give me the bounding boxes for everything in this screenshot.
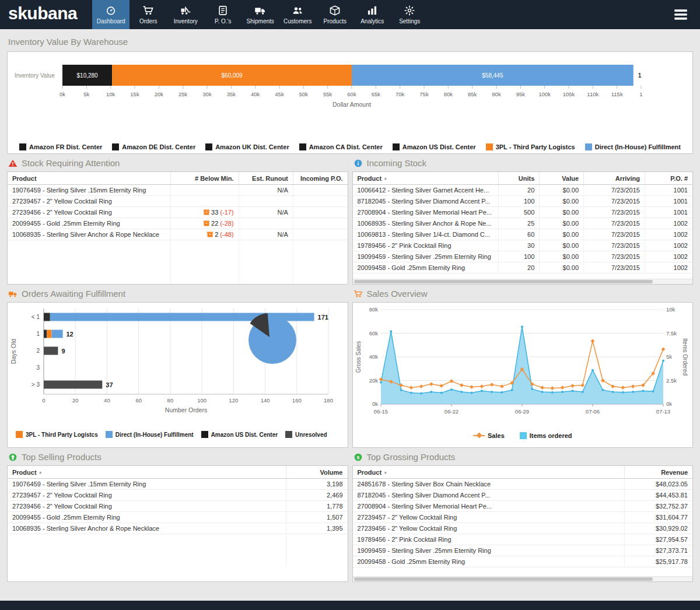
svg-text:1: 1	[639, 91, 642, 97]
table-row[interactable]: 19099459 - Sterling Silver .25mm Eternit…	[353, 545, 693, 556]
legend-item-amazon-uk-dist-center[interactable]: Amazon UK Dist. Center	[205, 143, 289, 150]
column-header-below-min[interactable]: # Below Min.	[171, 172, 239, 185]
legend-item-amazon-us-dist-center[interactable]: Amazon US Dist. Center	[201, 431, 278, 438]
table-row[interactable]: 24851678 - Sterling Silver Box Chain Nec…	[353, 479, 693, 490]
table-row[interactable]: 10069813 - Sterling Silver 1/4-ct. Diamo…	[353, 229, 693, 240]
brand-logo[interactable]: skubana	[0, 0, 92, 29]
legend-item-3pl-third-party-logistcs[interactable]: 3PL - Third Party Logistcs	[16, 431, 98, 438]
svg-text:115k: 115k	[611, 91, 623, 97]
column-header-value[interactable]: Value	[540, 172, 584, 185]
nav-item-analytics[interactable]: Analytics	[354, 0, 391, 29]
table-cell: $0.00	[540, 196, 584, 207]
nav-item-shipments[interactable]: Shipments	[242, 0, 279, 29]
cart-icon	[354, 289, 363, 299]
table-cell	[293, 218, 347, 229]
table-cell: 1001	[645, 207, 692, 218]
menu-button[interactable]	[671, 7, 691, 22]
svg-text:06-15: 06-15	[373, 408, 387, 415]
table-cell: $31,604.77	[625, 512, 693, 523]
svg-text:80k: 80k	[444, 91, 453, 97]
svg-text:2.5k: 2.5k	[666, 377, 677, 384]
table-row[interactable]: 27008904 - Sterling Silver Memorial Hear…	[353, 207, 693, 218]
table-row[interactable]: 19076459 - Sterling Silver .15mm Eternit…	[8, 479, 348, 490]
legend-item-unresolved[interactable]: Unresolved	[285, 431, 327, 438]
legend-label: Amazon US Dist. Center	[402, 143, 476, 150]
legend-item-3pl-third-party-logistcs[interactable]: 3PL - Third Party Logistcs	[486, 143, 575, 150]
below-min-count: 22	[211, 220, 218, 227]
table-row[interactable]: 20099455 - Gold .25mm Eternity Ring22 (-…	[8, 218, 348, 229]
table-row[interactable]: 10066412 - Sterling Silver Garnet Accent…	[353, 185, 693, 196]
table-row[interactable]: 27239456 - 2" Yellow Cocktail Ring$30,92…	[353, 523, 693, 534]
nav-item-inventory[interactable]: Inventory	[167, 0, 204, 29]
svg-text:50k: 50k	[299, 91, 309, 97]
scrollbar-thumb[interactable]	[354, 280, 653, 283]
column-header-product[interactable]: Product ▲	[8, 466, 286, 479]
table-row[interactable]: 19789456 - 2" Pink Cocktail Ring$27,954.…	[353, 534, 693, 545]
table-cell: 10066412 - Sterling Silver Garnet Accent…	[353, 185, 499, 196]
top-grossing-panel: Product ▲Revenue24851678 - Sterling Silv…	[352, 465, 694, 582]
table-row[interactable]: 10068935 - Sterling Silver Anchor & Rope…	[8, 229, 348, 240]
table-row[interactable]: 27239456 - 2" Yellow Cocktail Ring1,778	[8, 501, 348, 512]
column-header-est-runout[interactable]: Est. Runout	[239, 172, 293, 185]
column-header-product[interactable]: Product ▲	[353, 466, 625, 479]
horizontal-scrollbar[interactable]	[353, 576, 693, 581]
truck-icon	[8, 289, 18, 299]
table-row[interactable]: 19099459 - Sterling Silver .25mm Eternit…	[353, 251, 693, 262]
legend-swatch	[585, 143, 592, 150]
scrollbar-thumb[interactable]	[354, 577, 653, 581]
table-cell	[293, 229, 347, 240]
nav-item-products[interactable]: Products	[316, 0, 354, 29]
table-row[interactable]: 20099458 - Gold .25mm Eternity Ring20$0.…	[353, 262, 693, 274]
svg-text:$60,009: $60,009	[222, 72, 243, 79]
svg-text:< 1: < 1	[32, 314, 40, 320]
svg-text:37: 37	[106, 381, 113, 388]
column-header-arriving[interactable]: Arriving	[584, 172, 645, 185]
table-row[interactable]: 20099455 - Gold .25mm Eternity Ring1,507	[8, 512, 348, 523]
legend-item-sales[interactable]: Sales	[473, 432, 505, 439]
legend-item-amazon-ca-dist-center[interactable]: Amazon CA Dist. Center	[299, 143, 383, 150]
table-row[interactable]: 20099458 - Gold .25mm Eternity Ring$25,9…	[353, 556, 693, 567]
column-header-revenue[interactable]: Revenue	[625, 466, 693, 479]
nav-item-orders[interactable]: Orders	[130, 0, 167, 29]
table-cell: 20	[499, 185, 540, 196]
legend-item-direct-in-house-fulfillment[interactable]: Direct (In-House) Fulfillment	[106, 431, 194, 438]
table-cell: 7/23/2015	[584, 240, 645, 251]
nav-item-settings[interactable]: Settings	[391, 0, 428, 29]
table-row[interactable]: 27239457 - 2" Yellow Cocktail Ring	[8, 196, 348, 207]
table-row[interactable]: 87182045 - Sterling Silver Diamond Accen…	[353, 490, 693, 501]
column-header-incoming-p-o[interactable]: Incoming P.O.	[293, 172, 347, 185]
column-header-p-o[interactable]: P.O. #	[645, 172, 692, 185]
table-row[interactable]: 27008904 - Sterling Silver Memorial Hear…	[353, 501, 693, 512]
table-row[interactable]: 27239456 - 2" Yellow Cocktail Ring33 (-1…	[8, 207, 348, 218]
table-row[interactable]: 27239457 - 2" Yellow Cocktail Ring2,469	[8, 490, 348, 501]
legend-item-direct-in-house-fulfillment[interactable]: Direct (In-House) Fulfillment	[585, 143, 681, 150]
table-row[interactable]: 87182045 - Sterling Silver Diamond Accen…	[353, 196, 693, 207]
legend-label: Sales	[488, 432, 505, 439]
table-cell: 27239456 - 2" Yellow Cocktail Ring	[353, 523, 625, 534]
svg-text:80: 80	[167, 397, 174, 404]
table-row[interactable]: 10068935 - Sterling Silver Anchor & Rope…	[8, 523, 348, 534]
legend-item-amazon-fr-dist-center[interactable]: Amazon FR Dist. Center	[19, 143, 102, 150]
nav-item-customers[interactable]: Customers	[279, 0, 316, 29]
nav-item-p-o-s[interactable]: P. O.'s	[204, 0, 242, 29]
horizontal-scrollbar[interactable]	[353, 279, 693, 284]
column-header-product[interactable]: Product	[8, 172, 171, 185]
column-header-product[interactable]: Product ▲	[353, 172, 499, 185]
legend-item-items-ordered[interactable]: Items ordered	[520, 432, 572, 439]
table-row[interactable]: 27239457 - 2" Yellow Cocktail Ring$31,60…	[353, 512, 693, 523]
table-row[interactable]: 10068935 - Sterling Silver Anchor & Rope…	[353, 218, 693, 229]
panels-row-2: Product# Below Min.Est. RunoutIncoming P…	[7, 171, 693, 285]
legend-swatch	[112, 143, 119, 150]
table-row[interactable]: 19076459 - Sterling Silver .15mm Eternit…	[8, 185, 348, 196]
column-header-units[interactable]: Units	[499, 172, 540, 185]
stock-attention-panel: Product# Below Min.Est. RunoutIncoming P…	[7, 171, 348, 285]
legend-item-amazon-us-dist-center[interactable]: Amazon US Dist. Center	[393, 143, 476, 150]
nav-spacer	[428, 0, 671, 29]
column-header-volume[interactable]: Volume	[286, 466, 348, 479]
legend-item-amazon-de-dist-center[interactable]: Amazon DE Dist. Center	[112, 143, 195, 150]
table-row[interactable]: 19789456 - 2" Pink Cocktail Ring30$0.007…	[353, 240, 693, 251]
table-cell	[293, 196, 347, 207]
table-cell: 30	[499, 240, 540, 251]
orders-awaiting-panel: 020406080100120140160180< 1171112293> 33…	[7, 302, 348, 448]
nav-item-dashboard[interactable]: Dashboard	[92, 0, 130, 29]
